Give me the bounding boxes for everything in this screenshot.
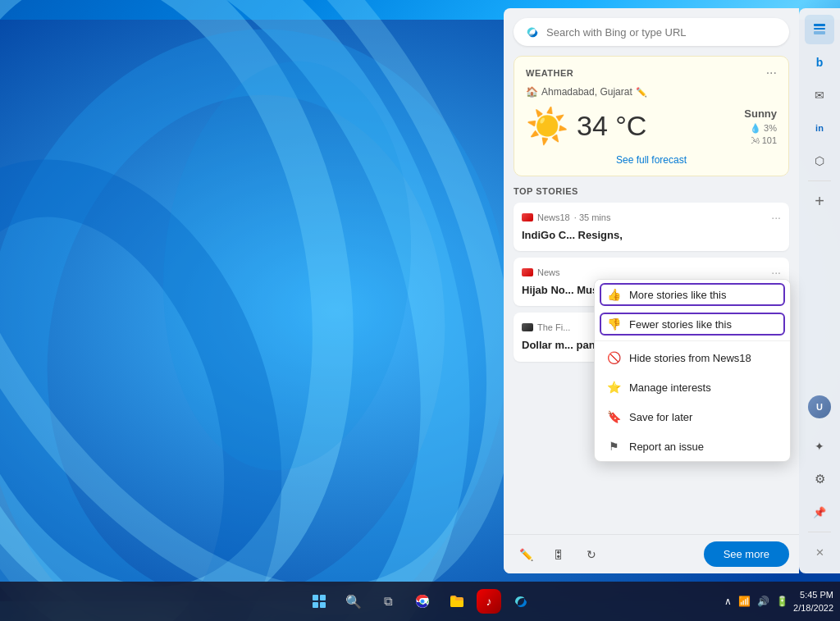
weather-temperature: 34 °C [577, 110, 646, 142]
weather-condition-icon: ☀️ [526, 106, 568, 146]
news-source-row-1: News18 · 35 mins [522, 212, 610, 222]
wifi-icon[interactable]: 📶 [738, 596, 751, 607]
news-source-row-2: News [522, 267, 560, 277]
svg-rect-12 [320, 595, 326, 600]
battery-icon[interactable]: 🔋 [776, 596, 788, 607]
svg-point-18 [422, 600, 424, 603]
hide-icon: 🚫 [606, 351, 621, 364]
context-menu-more-stories[interactable]: 👍 More stories like this [595, 280, 790, 309]
context-menu: 👍 More stories like this 👎 Fewer stories… [594, 279, 791, 462]
sidebar-email-button[interactable]: ✉ [805, 80, 834, 110]
search-bar[interactable] [514, 18, 789, 46]
sidebar-add-button[interactable]: + [805, 186, 834, 216]
thumbs-up-icon: 👍 [606, 288, 621, 301]
sidebar-divider-1 [808, 180, 831, 181]
sidebar-pin-button[interactable]: 📌 [805, 497, 834, 527]
svg-rect-14 [320, 602, 326, 608]
sidebar-customize-icon[interactable]: ✦ [805, 432, 834, 461]
context-menu-report-issue[interactable]: ⚑ Report an issue [595, 432, 790, 461]
refresh-icon[interactable]: ↻ [579, 542, 604, 567]
weather-location: 🏠 Ahmadabad, Gujarat ✏️ [526, 86, 777, 98]
weather-header: WEATHER ··· [526, 66, 777, 80]
weather-right: Sunny 💧 3% 🌬 101 [744, 107, 777, 145]
sidebar-extension-button[interactable]: ⬡ [805, 146, 834, 176]
news-meta-1: News18 · 35 mins ··· [522, 211, 781, 224]
context-menu-fewer-stories[interactable]: 👎 Fewer stories like this [595, 309, 790, 339]
news-time-ago-1: · 35 mins [574, 212, 611, 222]
weather-forecast-link[interactable]: See full forecast [526, 154, 777, 166]
news-card-1[interactable]: News18 · 35 mins ··· IndiGo C... Resigns… [514, 203, 789, 251]
taskbar: 🔍 ⧉ [0, 582, 840, 621]
weather-details: 💧 3% 🌬 101 [744, 123, 777, 145]
weather-condition-label: Sunny [744, 107, 777, 120]
save-later-label: Save for later [629, 411, 692, 423]
edge-logo-icon [525, 25, 540, 39]
context-menu-divider-1 [595, 340, 790, 341]
news-source-icon-1 [522, 213, 533, 221]
hide-stories-label: Hide stories from News18 [629, 352, 751, 364]
svg-point-7 [529, 34, 536, 36]
edge-sidebar: b ✉ in ⬡ + U ✦ ⚙ 📌 ✕ [799, 8, 840, 573]
report-issue-label: Report an issue [629, 441, 704, 453]
sidebar-bing-button[interactable]: b [805, 48, 834, 77]
weather-more-button[interactable]: ··· [766, 66, 777, 80]
context-menu-save-later[interactable]: 🔖 Save for later [595, 402, 790, 432]
edge-browser-button[interactable] [506, 587, 536, 616]
news-more-button-1[interactable]: ··· [771, 211, 781, 224]
top-stories-header: TOP STORIES [514, 186, 789, 196]
task-view-button[interactable]: ⧉ [373, 587, 403, 616]
context-menu-hide-stories[interactable]: 🚫 Hide stories from News18 [595, 343, 790, 372]
manage-interests-label: Manage interests [629, 381, 711, 394]
up-arrow-icon[interactable]: ∧ [724, 596, 732, 607]
sidebar-divider-2 [808, 532, 831, 532]
taskbar-date-display: 2/18/2022 [793, 601, 833, 615]
music-button[interactable]: ♪ [477, 589, 501, 614]
sidebar-tabs-button[interactable] [805, 15, 834, 44]
chrome-button[interactable] [408, 587, 437, 616]
flag-icon: ⚑ [606, 440, 621, 453]
customize-feed-icon[interactable]: 🎛 [546, 542, 571, 567]
volume-icon[interactable]: 🔊 [757, 596, 769, 607]
see-more-button[interactable]: See more [704, 541, 789, 567]
news-headline-1: IndiGo C... Resigns, [522, 228, 781, 243]
svg-rect-10 [814, 31, 825, 34]
fewer-stories-label: Fewer stories like this [629, 318, 732, 331]
search-input[interactable] [546, 26, 778, 39]
news-source-name-1: News18 [537, 212, 570, 222]
file-explorer-button[interactable] [442, 587, 472, 616]
news-source-row-3: The Fi... [522, 322, 570, 332]
more-stories-label: More stories like this [629, 289, 726, 301]
taskbar-search-button[interactable]: 🔍 [339, 587, 368, 616]
taskbar-clock[interactable]: 5:45 PM 2/18/2022 [793, 588, 833, 615]
context-menu-manage-interests[interactable]: ⭐ Manage interests [595, 372, 790, 402]
thumbs-down-icon: 👎 [606, 317, 621, 331]
footer-icons: ✏️ 🎛 ↻ [514, 542, 604, 567]
svg-rect-8 [814, 24, 825, 26]
taskbar-center: 🔍 ⧉ [304, 587, 536, 616]
system-tray: ∧ 📶 🔊 🔋 [724, 596, 788, 607]
weather-body: ☀️ 34 °C Sunny 💧 3% 🌬 101 [526, 106, 777, 146]
svg-rect-11 [313, 595, 318, 600]
svg-rect-9 [814, 28, 825, 30]
taskbar-time-display: 5:45 PM [793, 588, 833, 602]
start-button[interactable] [304, 587, 334, 616]
weather-card: WEATHER ··· 🏠 Ahmadabad, Gujarat ✏️ ☀️ 3… [514, 56, 789, 176]
svg-rect-13 [313, 602, 318, 608]
news-source-icon-2 [522, 268, 533, 276]
weather-left: ☀️ 34 °C [526, 106, 646, 146]
bookmark-icon: 🔖 [606, 410, 621, 423]
news-source-icon-3 [522, 323, 533, 331]
sidebar-settings-button[interactable]: ⚙ [805, 464, 834, 494]
sidebar-avatar[interactable]: U [808, 395, 831, 418]
sidebar-linkedin-button[interactable]: in [805, 113, 834, 143]
news-more-button-2[interactable]: ··· [771, 266, 781, 279]
news-source-name-2: News [537, 267, 560, 277]
desktop: WEATHER ··· 🏠 Ahmadabad, Gujarat ✏️ ☀️ 3… [0, 0, 840, 621]
news-source-name-3: The Fi... [537, 322, 570, 332]
news-meta-2: News ··· [522, 266, 781, 279]
edit-icon[interactable]: ✏️ [514, 542, 538, 567]
star-icon: ⭐ [606, 381, 621, 394]
weather-section-label: WEATHER [526, 68, 573, 78]
sidebar-close-button[interactable]: ✕ [805, 537, 834, 567]
news-panel-footer: ✏️ 🎛 ↻ See more [504, 534, 799, 573]
